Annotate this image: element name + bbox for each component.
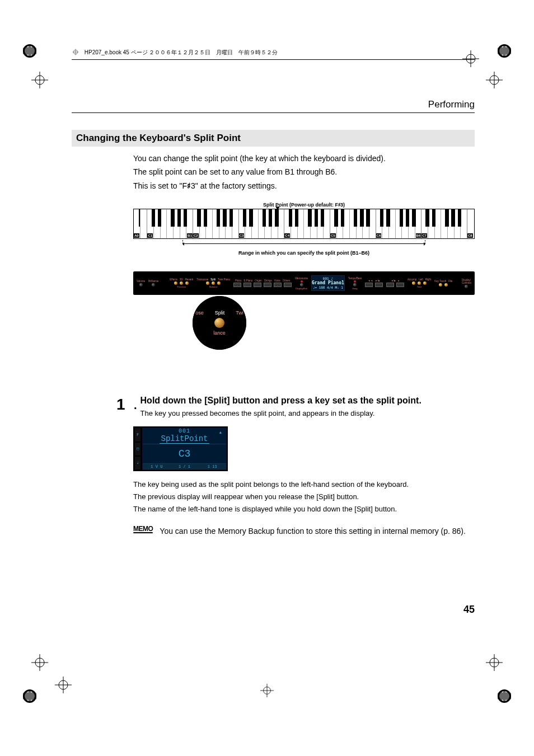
- sharp-icon: ♯: [187, 180, 191, 192]
- display-value: C3: [143, 444, 226, 464]
- keyboard-graphic: A0 C1 B1 C2: [133, 209, 475, 239]
- tempo-button-icon: [353, 283, 357, 287]
- intro-paragraphs: You can change the split point (the key …: [133, 152, 475, 192]
- step-title: Hold down the [Split] button and press a…: [140, 396, 475, 406]
- display-bottom-bar: 1 V U 1 / 1 1 13: [143, 464, 226, 469]
- memo-text: You can use the Memory Backup function t…: [160, 525, 475, 537]
- section-running-head: Performing: [72, 99, 475, 110]
- step-dot: .: [134, 399, 137, 422]
- print-header-text: HP207_e.book 45 ページ ２００６年１２月２５日 月曜日 午前９時…: [85, 49, 278, 55]
- note-label-c3: C3: [239, 233, 245, 238]
- intro-line-1: You can change the split point (the key …: [133, 152, 475, 165]
- note-label-c2: C2: [193, 233, 199, 238]
- page-number: 45: [463, 604, 475, 616]
- note-label-c7: C7: [421, 233, 427, 238]
- step-number: 1: [116, 397, 133, 420]
- after-line-2: The previous display will reappear when …: [133, 491, 475, 503]
- panel-zoom-circle: ose Split Twi lance: [193, 296, 246, 350]
- post-step-paragraphs: The key being used as the split point be…: [133, 479, 475, 515]
- zoom-left-text: ose: [195, 310, 204, 316]
- transpose-button-icon: [206, 281, 209, 285]
- header-rule: [72, 59, 475, 60]
- keyboard-caption-top: Split Point (Power-up default: F♯3): [133, 202, 475, 208]
- memo-block: MEMO You can use the Memory Backup funct…: [133, 525, 475, 537]
- step-1: 1 . Hold down the [Split] button and pre…: [116, 396, 475, 419]
- after-line-3: The name of the left-hand tone is displa…: [133, 504, 475, 515]
- after-line-1: The key being used as the split point be…: [133, 479, 475, 490]
- note-label-c4: C4: [284, 233, 290, 238]
- reg-mark-top-right: [496, 43, 513, 59]
- panel-figure: Volume Brilliance Effects3DReverb Functi…: [133, 271, 475, 295]
- section-rule: [72, 112, 475, 113]
- effects-button-icon: [174, 281, 177, 285]
- subsection-title: Changing the Keyboard's Split Point: [72, 130, 475, 147]
- twin-piano-button-icon: [217, 281, 221, 285]
- metronome-led-icon: [301, 280, 303, 283]
- 3d-button-icon: [180, 281, 183, 285]
- note-label-b1: B1: [187, 233, 193, 238]
- display-side-labels: F □ ♩: [134, 428, 141, 470]
- brilliance-knob-icon: [152, 283, 155, 287]
- note-label-c5: C5: [330, 233, 336, 238]
- metronome-button-icon: [300, 283, 303, 287]
- display-title: SplitPoint: [160, 434, 209, 444]
- zoom-center-text: Split: [215, 310, 225, 316]
- panel-lcd: 001 ♪ Grand Piano1 ♩= 108 4/4 M: 1: [311, 275, 345, 291]
- contrast-knob-icon: [465, 285, 468, 288]
- note-label-c8: C8: [467, 233, 473, 238]
- reg-mark-top-left: [21, 43, 38, 59]
- cross-mark-bottom-center: [260, 684, 274, 697]
- note-label-b6: B6: [416, 233, 421, 238]
- display-triangle-icon: ▲: [219, 430, 222, 435]
- register-icon: [72, 48, 79, 57]
- reverb-button-icon: [185, 281, 189, 285]
- volume-knob-icon: [139, 283, 143, 287]
- zoom-right-text: Twi: [236, 310, 243, 316]
- cross-mark-bottom-right: [486, 654, 503, 671]
- keyboard-caption-bottom: Range in which you can specify the split…: [133, 250, 475, 256]
- display-index: 001: [179, 428, 190, 434]
- note-label-c1: C1: [147, 233, 153, 238]
- tempo-led-icon: [354, 280, 356, 283]
- cross-mark-top-right: [486, 72, 503, 88]
- cross-mark-bottom-left-2: [55, 677, 72, 693]
- intro-line-2: The split point can be set to any value …: [133, 166, 475, 178]
- step-line-1: The key you pressed becomes the split po…: [140, 409, 475, 417]
- reg-mark-bottom-right: [496, 688, 513, 705]
- print-header: HP207_e.book 45 ページ ２００６年１２月２５日 月曜日 午前９時…: [72, 48, 475, 57]
- memo-icon: MEMO: [133, 525, 153, 532]
- cross-mark-top-left: [31, 72, 48, 88]
- reg-mark-bottom-left: [21, 688, 38, 705]
- keyboard-figure: Split Point (Power-up default: F♯3) A0: [133, 202, 475, 256]
- note-label-c6: C6: [376, 233, 382, 238]
- range-indicator: [133, 240, 475, 248]
- display-figure: F □ ♩ 001 ▲ SplitPoint C3 1 V U 1 / 1 1 …: [133, 426, 228, 471]
- note-label-a0: A0: [134, 233, 139, 238]
- split-button-icon: [212, 281, 215, 285]
- zoom-bottom-text: lance: [195, 330, 243, 336]
- intro-line-3: This is set to "F♯3" at the factory sett…: [133, 180, 475, 192]
- cross-mark-bottom-left: [31, 654, 48, 671]
- panel-strip: Volume Brilliance Effects3DReverb Functi…: [133, 271, 475, 295]
- split-button-zoom-icon: [214, 318, 224, 328]
